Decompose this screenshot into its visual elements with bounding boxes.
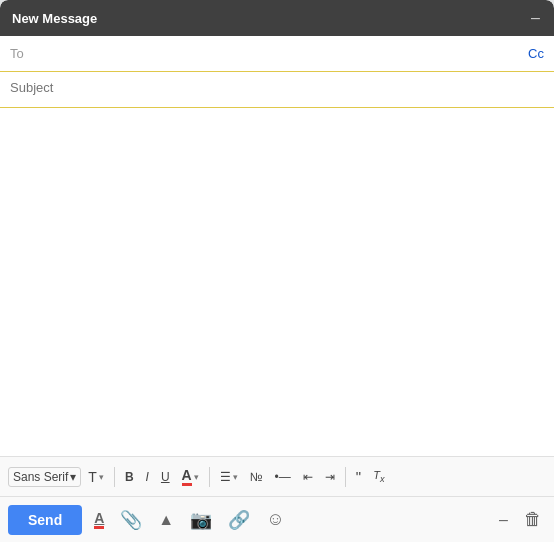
blockquote-button[interactable]: " (351, 465, 366, 488)
to-label: To (10, 46, 30, 61)
font-family-select[interactable]: Sans Serif ▾ (8, 467, 81, 487)
compose-title: New Message (12, 11, 97, 26)
formatting-toolbar: Sans Serif ▾ T▾ B I U A ▾ ☰ ▾ № •— ⇤ ⇥ (0, 456, 554, 496)
font-family-label: Sans Serif (13, 470, 68, 484)
link-icon: 🔗 (228, 509, 250, 531)
blockquote-icon: " (356, 468, 361, 485)
minimize-icon: – (499, 511, 508, 529)
indent-decrease-icon: ⇤ (303, 470, 313, 484)
font-size-button[interactable]: T▾ (83, 466, 109, 488)
font-family-arrow: ▾ (70, 470, 76, 484)
cc-button[interactable]: Cc (528, 46, 544, 61)
to-input[interactable] (30, 46, 528, 61)
numbered-list-button[interactable]: № (245, 467, 268, 487)
drive-button[interactable]: ▲ (154, 507, 178, 533)
text-formatting-icon: A (94, 510, 104, 529)
to-row: To Cc (0, 36, 554, 72)
separator-1 (114, 467, 115, 487)
title-bar: New Message – (0, 0, 554, 36)
indent-increase-icon: ⇥ (325, 470, 335, 484)
align-button[interactable]: ☰ ▾ (215, 467, 243, 487)
separator-2 (209, 467, 210, 487)
emoji-button[interactable]: ☺ (262, 505, 288, 534)
italic-button[interactable]: I (141, 467, 154, 487)
subject-row (0, 72, 554, 108)
trash-icon: 🗑 (524, 509, 542, 530)
send-button[interactable]: Send (8, 505, 82, 535)
compose-window: New Message – To Cc Sans Serif ▾ T▾ B I … (0, 0, 554, 542)
attach-button[interactable]: 📎 (116, 505, 146, 535)
bold-button[interactable]: B (120, 467, 139, 487)
body-input[interactable] (10, 116, 544, 448)
attach-icon: 📎 (120, 509, 142, 531)
text-color-label: A (182, 468, 192, 486)
body-area (0, 108, 554, 456)
photo-button[interactable]: 📷 (186, 505, 216, 535)
separator-3 (345, 467, 346, 487)
link-button[interactable]: 🔗 (224, 505, 254, 535)
bullet-list-icon: •— (275, 470, 291, 484)
text-color-button[interactable]: A ▾ (177, 465, 204, 489)
indent-increase-button[interactable]: ⇥ (320, 467, 340, 487)
bullet-list-button[interactable]: •— (270, 467, 296, 487)
text-formatting-toggle[interactable]: A (90, 506, 108, 533)
indent-decrease-button[interactable]: ⇤ (298, 467, 318, 487)
align-icon: ☰ (220, 470, 231, 484)
align-arrow: ▾ (233, 472, 238, 482)
minimize-compose-button[interactable]: – (495, 507, 512, 533)
minimize-button[interactable]: – (529, 10, 542, 26)
text-color-arrow: ▾ (194, 472, 199, 482)
subject-input[interactable] (10, 80, 544, 95)
drive-icon: ▲ (158, 511, 174, 529)
font-size-arrow: ▾ (99, 472, 104, 482)
photo-icon: 📷 (190, 509, 212, 531)
remove-formatting-button[interactable]: Tx (368, 466, 389, 487)
delete-draft-button[interactable]: 🗑 (520, 505, 546, 534)
numbered-list-icon: № (250, 470, 263, 484)
remove-formatting-icon: Tx (373, 469, 384, 484)
underline-button[interactable]: U (156, 467, 175, 487)
emoji-icon: ☺ (266, 509, 284, 530)
title-bar-controls: – (529, 10, 542, 26)
bottom-toolbar: Send A 📎 ▲ 📷 🔗 ☺ – 🗑 (0, 496, 554, 542)
